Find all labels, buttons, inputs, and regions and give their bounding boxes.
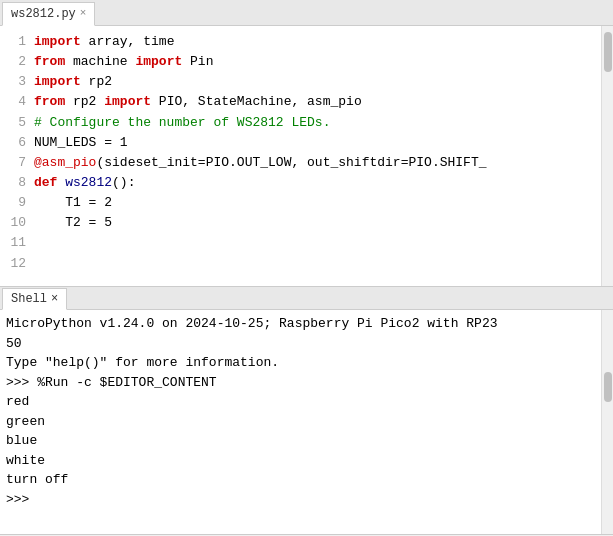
shell-area: MicroPython v1.24.0 on 2024-10-25; Raspb… bbox=[0, 310, 613, 534]
code-content[interactable]: import array, timefrom machine import Pi… bbox=[30, 26, 601, 286]
shell-tab[interactable]: Shell × bbox=[2, 288, 67, 310]
shell-scrollbar-thumb bbox=[604, 372, 612, 402]
editor-tab-close[interactable]: × bbox=[80, 8, 87, 19]
shell-tab-bar: Shell × bbox=[0, 286, 613, 310]
editor-tab-bar: ws2812.py × bbox=[0, 0, 613, 26]
shell-scrollbar[interactable] bbox=[601, 310, 613, 534]
shell-tab-close[interactable]: × bbox=[51, 292, 58, 306]
line-numbers: 123456789101112 bbox=[0, 26, 30, 286]
editor-area: 123456789101112 import array, timefrom m… bbox=[0, 26, 613, 286]
shell-tab-label: Shell bbox=[11, 292, 47, 306]
editor-tab[interactable]: ws2812.py × bbox=[2, 2, 95, 26]
shell-content[interactable]: MicroPython v1.24.0 on 2024-10-25; Raspb… bbox=[0, 310, 601, 534]
editor-scrollbar-thumb bbox=[604, 32, 612, 72]
editor-tab-label: ws2812.py bbox=[11, 7, 76, 21]
editor-scrollbar[interactable] bbox=[601, 26, 613, 286]
